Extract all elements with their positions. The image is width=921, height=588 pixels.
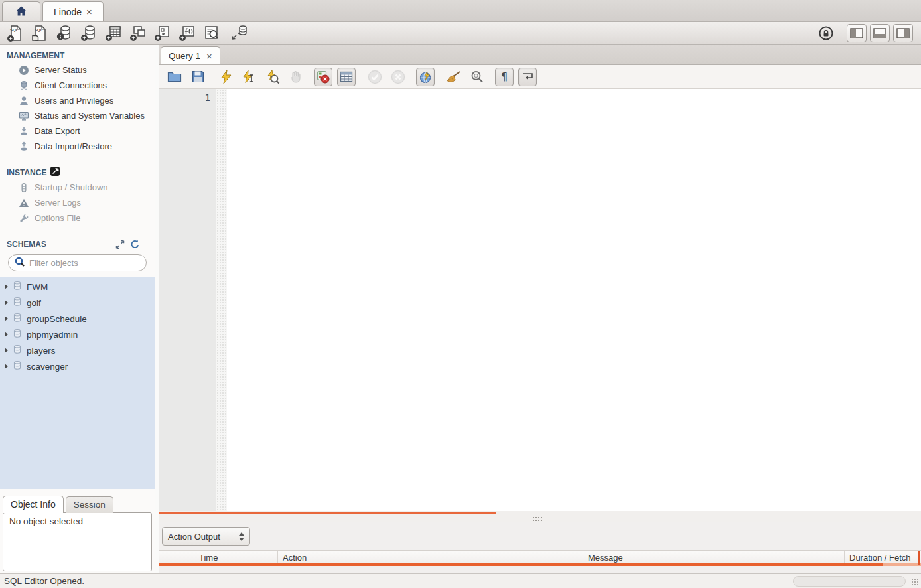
- code-fold-margin: [216, 89, 227, 511]
- connection-tab-linode[interactable]: Linode ×: [42, 1, 104, 21]
- close-icon[interactable]: ×: [86, 7, 92, 17]
- tab-object-info[interactable]: Object Info: [3, 496, 64, 513]
- reconnect-dbms-button[interactable]: [226, 23, 251, 43]
- sidebar-item-server-logs[interactable]: Server Logs: [0, 195, 155, 210]
- new-schema-button[interactable]: [76, 23, 101, 43]
- open-sql-script-button[interactable]: SQL: [27, 23, 52, 43]
- expander-icon[interactable]: [5, 300, 8, 305]
- schema-row-golf[interactable]: golf: [0, 295, 155, 311]
- editor-hscrollbar-thumb[interactable]: [159, 512, 496, 514]
- new-view-button[interactable]: [125, 23, 150, 43]
- search-table-data-button[interactable]: [199, 23, 224, 43]
- open-file-button[interactable]: [165, 68, 184, 86]
- schema-row-players[interactable]: players: [0, 342, 155, 358]
- sidebar-item-system-variables[interactable]: Status and System Variables: [0, 108, 155, 123]
- main-toolbar: SQL SQL: [0, 22, 921, 45]
- home-tab[interactable]: [2, 1, 40, 21]
- object-info-text: No object selected: [9, 516, 83, 526]
- beautify-button[interactable]: [445, 68, 463, 86]
- server-logs-icon: [18, 198, 29, 208]
- object-info-panel: No object selected: [3, 512, 152, 571]
- data-import-icon: [18, 141, 29, 152]
- save-button[interactable]: [188, 68, 207, 86]
- users-icon: [18, 96, 29, 106]
- sidebar: MANAGEMENT Server Status Client Connecti…: [0, 45, 155, 573]
- expander-icon[interactable]: [5, 348, 8, 353]
- schema-row-scavenger[interactable]: scavenger: [0, 358, 155, 374]
- line-number: 1: [205, 92, 210, 103]
- management-section-title: MANAGEMENT: [0, 45, 155, 62]
- select-stepper-icon: [239, 532, 244, 541]
- line-number-gutter: 1: [159, 89, 216, 511]
- query-tab[interactable]: Query 1 ×: [161, 46, 220, 64]
- toggle-autocommit-button[interactable]: [416, 68, 435, 86]
- query-tab-label: Query 1: [169, 51, 200, 61]
- expand-schemas-icon[interactable]: [115, 240, 125, 249]
- commit-button[interactable]: [366, 68, 384, 86]
- sidebar-item-startup-shutdown[interactable]: Startup / Shutdown: [0, 180, 155, 195]
- sidebar-item-options-file[interactable]: Options File: [0, 210, 155, 226]
- database-icon: [13, 360, 22, 372]
- client-connections-icon: [18, 80, 29, 91]
- sidebar-item-users-privileges[interactable]: Users and Privileges: [0, 93, 155, 108]
- editor-area: Query 1 × ¶: [159, 45, 921, 573]
- data-export-icon: [18, 126, 29, 137]
- window-resize-grip[interactable]: [911, 578, 920, 587]
- output-table-header: Time Action Message Duration / Fetch: [159, 550, 921, 565]
- instance-section-title: INSTANCE: [0, 161, 155, 180]
- output-hscrollbar[interactable]: [159, 563, 921, 566]
- sidebar-item-client-connections[interactable]: Client Connections: [0, 78, 155, 93]
- refresh-schemas-icon[interactable]: [129, 240, 140, 249]
- expander-icon[interactable]: [5, 316, 8, 321]
- explain-button[interactable]: [263, 68, 282, 86]
- status-scrollbar-thumb[interactable]: [793, 576, 906, 587]
- toggle-right-sidebar-button[interactable]: [893, 24, 913, 42]
- pilcrow-icon: ¶: [501, 70, 508, 83]
- output-hscrollbar-thumb[interactable]: [159, 563, 883, 566]
- execute-button[interactable]: [217, 68, 236, 86]
- database-icon: [13, 313, 22, 325]
- new-procedure-button[interactable]: [150, 23, 175, 43]
- schema-row-groupschedule[interactable]: groupSchedule: [0, 311, 155, 327]
- close-icon[interactable]: ×: [206, 51, 212, 61]
- tab-session[interactable]: Session: [66, 496, 113, 513]
- rollback-button[interactable]: [389, 68, 407, 86]
- output-type-select[interactable]: Action Output: [162, 527, 250, 546]
- schema-filter-input[interactable]: [29, 258, 140, 268]
- toolbar-right-group: [817, 24, 918, 42]
- sidebar-splitter[interactable]: [155, 45, 159, 573]
- limit-rows-button[interactable]: [337, 68, 356, 86]
- database-icon: [13, 329, 22, 340]
- database-icon: [13, 344, 22, 356]
- find-button[interactable]: [468, 68, 486, 86]
- sidebar-item-data-import[interactable]: Data Import/Restore: [0, 139, 155, 154]
- connection-status-icon[interactable]: [817, 24, 835, 42]
- splitter-grip: [155, 305, 158, 314]
- toggle-bottom-panel-button[interactable]: [870, 24, 890, 42]
- sidebar-item-data-export[interactable]: Data Export: [0, 123, 155, 139]
- toggle-stop-on-error-button[interactable]: [314, 68, 332, 86]
- expander-icon[interactable]: [5, 284, 8, 289]
- schema-row-phpmyadmin[interactable]: phpmyadmin: [0, 327, 155, 342]
- connection-tab-label: Linode: [54, 7, 82, 17]
- new-function-button[interactable]: [175, 23, 199, 43]
- toggle-left-sidebar-button[interactable]: [847, 24, 867, 42]
- sidebar-item-server-status[interactable]: Server Status: [0, 62, 155, 78]
- new-table-button[interactable]: [101, 23, 125, 43]
- schema-inspector-button[interactable]: [52, 23, 76, 43]
- stop-button[interactable]: [287, 68, 305, 86]
- execute-current-statement-button[interactable]: [240, 68, 259, 86]
- home-icon: [15, 5, 28, 19]
- info-tabbar: Object Info Session: [0, 489, 155, 513]
- options-file-icon: [18, 213, 29, 224]
- output-vscrollbar-thumb[interactable]: [918, 551, 920, 565]
- expander-icon[interactable]: [5, 332, 8, 337]
- output-splitter[interactable]: [159, 515, 921, 522]
- schema-row-fwm[interactable]: FWM: [0, 279, 155, 295]
- show-invisibles-button[interactable]: ¶: [495, 68, 514, 86]
- sql-editor[interactable]: 1: [159, 89, 921, 511]
- query-tabbar: Query 1 ×: [159, 45, 921, 65]
- toggle-word-wrap-button[interactable]: [518, 68, 537, 86]
- new-sql-tab-button[interactable]: SQL: [3, 23, 27, 43]
- expander-icon[interactable]: [5, 364, 8, 369]
